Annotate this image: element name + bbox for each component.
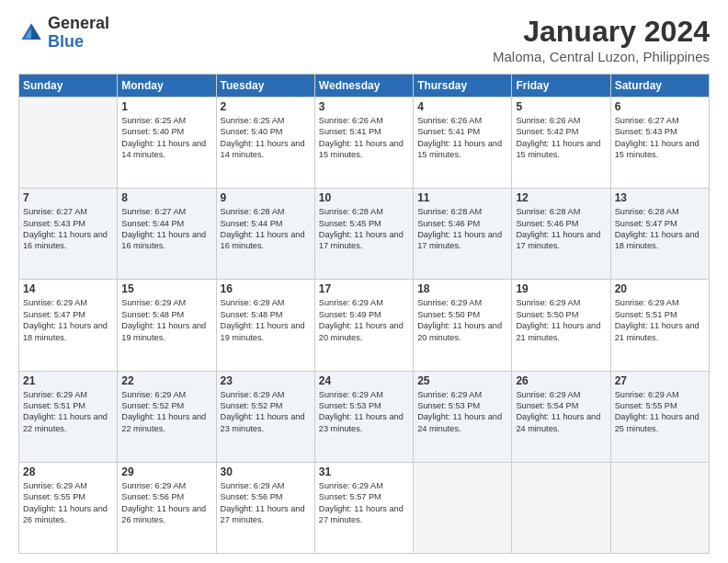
- day-info: Sunrise: 6:29 AMSunset: 5:55 PMDaylight:…: [23, 480, 113, 526]
- day-number: 27: [615, 374, 705, 387]
- day-info: Sunrise: 6:27 AMSunset: 5:43 PMDaylight:…: [615, 115, 705, 161]
- day-number: 23: [221, 374, 311, 387]
- day-number: 24: [319, 374, 409, 387]
- day-number: 20: [615, 282, 705, 295]
- day-number: 7: [23, 191, 113, 204]
- day-info: Sunrise: 6:28 AMSunset: 5:44 PMDaylight:…: [221, 206, 311, 252]
- calendar-cell: 1Sunrise: 6:25 AMSunset: 5:40 PMDaylight…: [118, 98, 216, 189]
- day-info: Sunrise: 6:29 AMSunset: 5:55 PMDaylight:…: [615, 389, 705, 435]
- column-header-saturday: Saturday: [610, 75, 709, 98]
- day-info: Sunrise: 6:29 AMSunset: 5:53 PMDaylight:…: [417, 389, 507, 435]
- day-info: Sunrise: 6:28 AMSunset: 5:47 PMDaylight:…: [615, 206, 705, 252]
- day-info: Sunrise: 6:29 AMSunset: 5:57 PMDaylight:…: [319, 480, 409, 526]
- calendar-cell: 6Sunrise: 6:27 AMSunset: 5:43 PMDaylight…: [610, 98, 709, 189]
- calendar-cell: 11Sunrise: 6:28 AMSunset: 5:46 PMDayligh…: [414, 189, 512, 280]
- day-info: Sunrise: 6:29 AMSunset: 5:48 PMDaylight:…: [221, 297, 311, 343]
- calendar-cell: 15Sunrise: 6:29 AMSunset: 5:48 PMDayligh…: [118, 280, 216, 371]
- calendar-header-row: SundayMondayTuesdayWednesdayThursdayFrid…: [19, 75, 710, 98]
- day-info: Sunrise: 6:28 AMSunset: 5:46 PMDaylight:…: [516, 206, 606, 252]
- day-info: Sunrise: 6:27 AMSunset: 5:44 PMDaylight:…: [121, 206, 211, 252]
- logo-blue: Blue: [48, 33, 109, 52]
- calendar-cell: 18Sunrise: 6:29 AMSunset: 5:50 PMDayligh…: [414, 280, 512, 371]
- day-info: Sunrise: 6:28 AMSunset: 5:46 PMDaylight:…: [417, 206, 507, 252]
- calendar-cell: 25Sunrise: 6:29 AMSunset: 5:53 PMDayligh…: [414, 371, 512, 462]
- day-info: Sunrise: 6:29 AMSunset: 5:47 PMDaylight:…: [23, 297, 113, 343]
- day-number: 10: [319, 191, 409, 204]
- column-header-sunday: Sunday: [19, 75, 118, 98]
- calendar-cell: 26Sunrise: 6:29 AMSunset: 5:54 PMDayligh…: [512, 371, 610, 462]
- day-info: Sunrise: 6:25 AMSunset: 5:40 PMDaylight:…: [121, 115, 211, 161]
- day-number: 28: [23, 465, 113, 478]
- calendar-cell: 20Sunrise: 6:29 AMSunset: 5:51 PMDayligh…: [610, 280, 709, 371]
- day-info: Sunrise: 6:29 AMSunset: 5:51 PMDaylight:…: [23, 389, 113, 435]
- calendar-cell: 7Sunrise: 6:27 AMSunset: 5:43 PMDaylight…: [19, 189, 118, 280]
- column-header-monday: Monday: [118, 75, 216, 98]
- day-number: 2: [221, 100, 311, 113]
- day-number: 26: [516, 374, 606, 387]
- calendar-cell: 31Sunrise: 6:29 AMSunset: 5:57 PMDayligh…: [314, 462, 413, 553]
- day-number: 15: [121, 282, 211, 295]
- calendar-cell: 2Sunrise: 6:25 AMSunset: 5:40 PMDaylight…: [216, 98, 314, 189]
- day-info: Sunrise: 6:26 AMSunset: 5:42 PMDaylight:…: [516, 115, 606, 161]
- day-number: 6: [615, 100, 705, 113]
- day-info: Sunrise: 6:29 AMSunset: 5:54 PMDaylight:…: [516, 389, 606, 435]
- day-info: Sunrise: 6:29 AMSunset: 5:52 PMDaylight:…: [221, 389, 311, 435]
- day-number: 4: [417, 100, 507, 113]
- calendar-cell: 8Sunrise: 6:27 AMSunset: 5:44 PMDaylight…: [118, 189, 216, 280]
- calendar-week-row: 14Sunrise: 6:29 AMSunset: 5:47 PMDayligh…: [19, 280, 710, 371]
- logo: General Blue: [18, 15, 109, 52]
- day-info: Sunrise: 6:29 AMSunset: 5:56 PMDaylight:…: [121, 480, 211, 526]
- calendar-cell: 5Sunrise: 6:26 AMSunset: 5:42 PMDaylight…: [512, 98, 610, 189]
- day-number: 25: [417, 374, 507, 387]
- logo-text: General Blue: [48, 15, 109, 52]
- column-header-friday: Friday: [512, 75, 610, 98]
- logo-icon: [18, 20, 44, 46]
- calendar-week-row: 7Sunrise: 6:27 AMSunset: 5:43 PMDaylight…: [19, 189, 710, 280]
- day-info: Sunrise: 6:29 AMSunset: 5:50 PMDaylight:…: [417, 297, 507, 343]
- day-number: 29: [121, 465, 211, 478]
- day-number: 18: [417, 282, 507, 295]
- calendar-cell: [414, 462, 512, 553]
- day-info: Sunrise: 6:29 AMSunset: 5:52 PMDaylight:…: [121, 389, 211, 435]
- day-info: Sunrise: 6:29 AMSunset: 5:56 PMDaylight:…: [221, 480, 311, 526]
- calendar-cell: 30Sunrise: 6:29 AMSunset: 5:56 PMDayligh…: [216, 462, 314, 553]
- day-number: 30: [221, 465, 311, 478]
- day-info: Sunrise: 6:25 AMSunset: 5:40 PMDaylight:…: [221, 115, 311, 161]
- calendar-table: SundayMondayTuesdayWednesdayThursdayFrid…: [18, 74, 710, 554]
- day-info: Sunrise: 6:26 AMSunset: 5:41 PMDaylight:…: [319, 115, 409, 161]
- calendar-cell: 29Sunrise: 6:29 AMSunset: 5:56 PMDayligh…: [118, 462, 216, 553]
- calendar-cell: [610, 462, 709, 553]
- column-header-wednesday: Wednesday: [314, 75, 413, 98]
- day-number: 19: [516, 282, 606, 295]
- day-number: 11: [417, 191, 507, 204]
- day-number: 31: [319, 465, 409, 478]
- day-number: 12: [516, 191, 606, 204]
- calendar-week-row: 21Sunrise: 6:29 AMSunset: 5:51 PMDayligh…: [19, 371, 710, 462]
- page: General Blue January 2024 Maloma, Centra…: [0, 0, 728, 563]
- calendar-cell: 21Sunrise: 6:29 AMSunset: 5:51 PMDayligh…: [19, 371, 118, 462]
- day-info: Sunrise: 6:29 AMSunset: 5:49 PMDaylight:…: [319, 297, 409, 343]
- header: General Blue January 2024 Maloma, Centra…: [18, 15, 710, 64]
- column-header-tuesday: Tuesday: [216, 75, 314, 98]
- month-year: January 2024: [493, 15, 710, 49]
- title-block: January 2024 Maloma, Central Luzon, Phil…: [493, 15, 710, 64]
- day-info: Sunrise: 6:29 AMSunset: 5:48 PMDaylight:…: [121, 297, 211, 343]
- day-info: Sunrise: 6:29 AMSunset: 5:51 PMDaylight:…: [615, 297, 705, 343]
- day-number: 22: [121, 374, 211, 387]
- calendar-cell: 13Sunrise: 6:28 AMSunset: 5:47 PMDayligh…: [610, 189, 709, 280]
- calendar-cell: 22Sunrise: 6:29 AMSunset: 5:52 PMDayligh…: [118, 371, 216, 462]
- column-header-thursday: Thursday: [414, 75, 512, 98]
- location: Maloma, Central Luzon, Philippines: [493, 49, 710, 64]
- calendar-cell: 28Sunrise: 6:29 AMSunset: 5:55 PMDayligh…: [19, 462, 118, 553]
- day-info: Sunrise: 6:29 AMSunset: 5:53 PMDaylight:…: [319, 389, 409, 435]
- day-info: Sunrise: 6:28 AMSunset: 5:45 PMDaylight:…: [319, 206, 409, 252]
- day-number: 16: [221, 282, 311, 295]
- calendar-cell: 3Sunrise: 6:26 AMSunset: 5:41 PMDaylight…: [314, 98, 413, 189]
- calendar-cell: 4Sunrise: 6:26 AMSunset: 5:41 PMDaylight…: [414, 98, 512, 189]
- calendar-cell: [512, 462, 610, 553]
- day-info: Sunrise: 6:26 AMSunset: 5:41 PMDaylight:…: [417, 115, 507, 161]
- calendar-cell: 9Sunrise: 6:28 AMSunset: 5:44 PMDaylight…: [216, 189, 314, 280]
- day-info: Sunrise: 6:29 AMSunset: 5:50 PMDaylight:…: [516, 297, 606, 343]
- calendar-cell: 24Sunrise: 6:29 AMSunset: 5:53 PMDayligh…: [314, 371, 413, 462]
- svg-marker-2: [31, 23, 41, 40]
